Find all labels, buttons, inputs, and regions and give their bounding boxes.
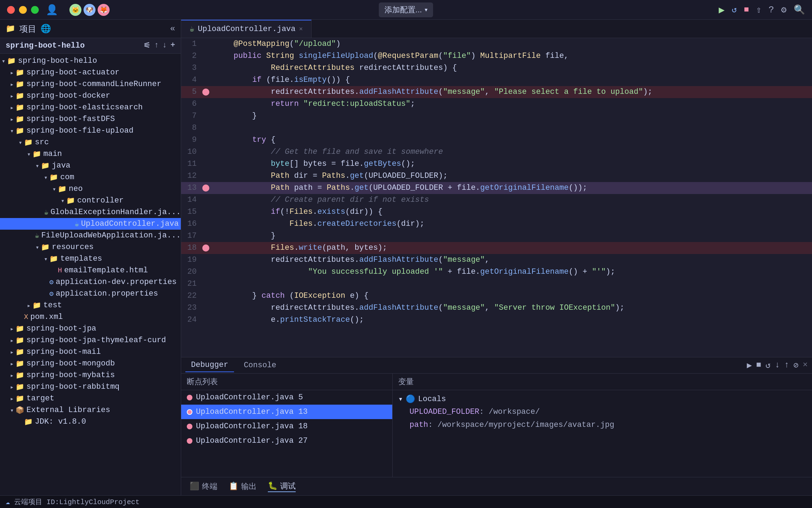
debug-upload-icon[interactable]: ↑: [784, 360, 789, 370]
terminal-btn[interactable]: ⬛ 终端: [190, 481, 217, 492]
var-section: ▾ 🔵 Locals UPLOADED_FOLDER: /workspace/ …: [393, 390, 812, 434]
tree-item-jdk[interactable]: ▸ 📁 JDK: v1.8.0: [0, 416, 181, 428]
add-config-label: 添加配置...: [385, 5, 422, 15]
bp-item-13[interactable]: UploadController.java 13: [181, 405, 392, 419]
bp-item-5[interactable]: UploadController.java 5: [181, 390, 392, 405]
bp-label-18: UploadController.java 18: [196, 422, 308, 431]
debug-run-icon[interactable]: ▶: [747, 360, 752, 370]
editor-area: ☕ UploadController.java × 1 @PostMapping…: [181, 20, 812, 495]
tree-item-pom[interactable]: ▸ X pom.xml: [0, 311, 181, 323]
bp-item-18[interactable]: UploadController.java 18: [181, 419, 392, 434]
tree-item-docker[interactable]: ▸ 📁 spring-boot-docker: [0, 90, 181, 102]
tree-item-main[interactable]: ▾ 📁 main: [0, 148, 181, 160]
output-btn[interactable]: 📋 输出: [229, 481, 257, 492]
tree-item-templates[interactable]: ▾ 📁 templates: [0, 253, 181, 265]
tab-debugger[interactable]: Debugger: [185, 358, 234, 372]
code-line-23: 23 redirectAttributes.addFlashAttribute(…: [181, 302, 812, 314]
tree-item-mongodb[interactable]: ▸ 📁 spring-boot-mongodb: [0, 358, 181, 369]
close-tab-icon[interactable]: ×: [299, 26, 303, 33]
titlebar-right: ▶ ↺ ■ ⇧ ? ⚙ 🔍: [719, 4, 805, 16]
help-icon[interactable]: ?: [769, 5, 774, 15]
var-path: path: /workspace/myproject/images/avatar…: [398, 418, 806, 431]
settings-icon[interactable]: ⚙: [781, 4, 787, 16]
debug-clear-icon[interactable]: ⊘: [793, 360, 798, 370]
avatar-group: 🐱 🐶 🦊: [69, 4, 110, 16]
user-icon[interactable]: 👤: [46, 4, 58, 16]
sidebar-title: 项目: [19, 23, 36, 35]
breakpoint-dot-18: [202, 244, 209, 252]
tree-item-emailtemplate[interactable]: ▸ H emailTemplate.html: [0, 265, 181, 276]
code-line-13: 13 Path path = Paths.get(UPLOADED_FOLDER…: [181, 182, 812, 194]
minimize-button[interactable]: [19, 6, 27, 14]
filter-icon[interactable]: ⚟: [143, 41, 150, 50]
tree-item-commandlinerunner[interactable]: ▸ 📁 spring-boot-commandLineRunner: [0, 78, 181, 90]
run-button[interactable]: ▶: [719, 4, 725, 16]
bp-label-27: UploadController.java 27: [196, 436, 308, 445]
tree-item-uploadcontroller[interactable]: ▸ ☕ UploadController.java: [0, 218, 181, 230]
reload-button[interactable]: ↺: [732, 5, 737, 15]
maximize-button[interactable]: [31, 6, 39, 14]
code-line-6: 6 return "redirect:uploadStatus";: [181, 98, 812, 110]
sidebar-actions: «: [170, 24, 175, 34]
tree-item-mail[interactable]: ▸ 📁 spring-boot-mail: [0, 346, 181, 358]
tree-item-spring-boot-actuator[interactable]: ▸ 📁 spring-boot-actuator: [0, 67, 181, 78]
code-line-10: 10 // Get the file and save it somewhere: [181, 146, 812, 158]
tree-item-fastdfs[interactable]: ▸ 📁 spring-boot-fastDFS: [0, 113, 181, 125]
add-icon[interactable]: +: [171, 41, 175, 50]
avatar-3: 🦊: [98, 4, 110, 16]
tree-item-rabbitmq[interactable]: ▸ 📁 spring-boot-rabbitmq: [0, 381, 181, 393]
download-icon[interactable]: ↓: [162, 41, 167, 50]
locals-section-header[interactable]: ▾ 🔵 Locals: [398, 393, 806, 405]
statusbar: ☁ 云端项目 ID:LightlyCloudProject: [0, 495, 812, 508]
tree-item-target[interactable]: ▸ 📁 target: [0, 393, 181, 404]
tree-item-spring-boot-jpa[interactable]: ▸ 📁 spring-boot-jpa: [0, 323, 181, 334]
add-config-button[interactable]: 添加配置... ▾: [379, 2, 433, 17]
close-panel-icon[interactable]: ×: [803, 360, 808, 370]
var-uploaded-folder: UPLOADED_FOLDER: /workspace/: [398, 405, 806, 418]
tree-item-jpa-thymeleaf[interactable]: ▸ 📁 spring-boot-jpa-thymeleaf-curd: [0, 334, 181, 346]
folder-icon: 📁: [6, 24, 15, 34]
tree-item-controller[interactable]: ▾ 📁 controller: [0, 195, 181, 206]
code-line-20: 20 "You successfully uploaded '" + file.…: [181, 266, 812, 278]
bottom-panel: Debugger Console ▶ ■ ↺ ↓ ↑ ⊘ × 断点列表: [181, 357, 812, 477]
tree-item-src[interactable]: ▾ 📁 src: [0, 137, 181, 148]
close-button[interactable]: [7, 6, 15, 14]
bp-dot-27: [187, 438, 192, 444]
code-line-22: 22 } catch (IOException e) {: [181, 290, 812, 302]
bp-item-27[interactable]: UploadController.java 27: [181, 434, 392, 448]
tree-item-spring-boot-hello[interactable]: ▾ 📁 spring-boot-hello: [0, 55, 181, 67]
tree-item-ext-libs[interactable]: ▾ 📦 External Libraries: [0, 404, 181, 416]
tree-item-java[interactable]: ▾ 📁 java: [0, 160, 181, 171]
tree-item-com[interactable]: ▾ 📁 com: [0, 171, 181, 183]
bp-header: 断点列表: [181, 374, 392, 390]
tab-console[interactable]: Console: [238, 359, 282, 372]
debug-stop-icon[interactable]: ■: [756, 360, 761, 370]
debug-refresh-icon[interactable]: ↺: [765, 360, 770, 370]
tree-item-elasticsearch[interactable]: ▸ 📁 spring-boot-elasticsearch: [0, 102, 181, 113]
tree-item-neo[interactable]: ▾ 📁 neo: [0, 183, 181, 195]
search-icon[interactable]: 🔍: [794, 4, 805, 16]
tree-item-globalexception[interactable]: ▸ ☕ GlobalExceptionHandler.ja...: [0, 206, 181, 218]
code-line-14: 14 // Create parent dir if not exists: [181, 194, 812, 206]
tree-item-app-dev-props[interactable]: ▸ ⚙ application-dev.properties: [0, 276, 181, 288]
stop-button[interactable]: ■: [744, 5, 749, 14]
upload-icon[interactable]: ↑: [154, 41, 159, 50]
tree-item-fileuploadweb[interactable]: ▸ ☕ FileUploadWebApplication.ja...: [0, 230, 181, 241]
code-line-16: 16 Files.createDirectories(dir);: [181, 218, 812, 230]
avatar-2: 🐶: [84, 4, 96, 16]
bp-dot-18: [187, 424, 192, 429]
tree-item-test[interactable]: ▸ 📁 test: [0, 300, 181, 311]
bp-dot-13: [187, 409, 192, 415]
tree-item-resources[interactable]: ▾ 📁 resources: [0, 241, 181, 253]
code-editor[interactable]: 1 @PostMapping("/upload") 2 public Strin…: [181, 38, 812, 357]
collapse-icon[interactable]: «: [170, 24, 175, 34]
tab-uploadcontroller[interactable]: ☕ UploadController.java ×: [181, 20, 312, 38]
tree-item-app-props[interactable]: ▸ ⚙ application.properties: [0, 288, 181, 300]
titlebar: 👤 🐱 🐶 🦊 添加配置... ▾ ▶ ↺ ■ ⇧ ? ⚙ 🔍: [0, 0, 812, 20]
debug-download-icon[interactable]: ↓: [775, 360, 780, 370]
tree-item-file-upload[interactable]: ▾ 📁 spring-boot-file-upload: [0, 125, 181, 137]
tree-item-mybatis[interactable]: ▸ 📁 spring-boot-mybatis: [0, 369, 181, 381]
share-icon[interactable]: ⇧: [756, 4, 762, 16]
breakpoint-dot-5: [202, 89, 209, 96]
debug-btn[interactable]: 🐛 调试: [268, 481, 296, 492]
